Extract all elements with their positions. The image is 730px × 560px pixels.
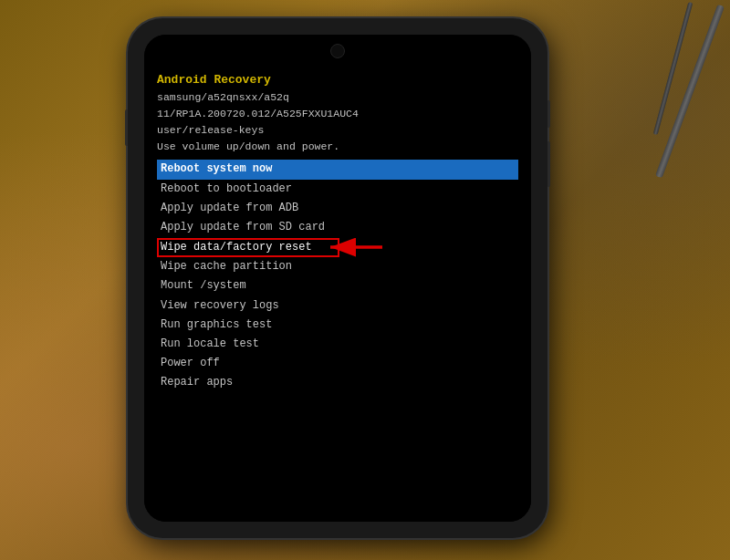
menu-item-wipe-factory[interactable]: Wipe data/factory reset — [157, 238, 316, 257]
menu-item-run-graphics[interactable]: Run graphics test — [157, 316, 518, 335]
recovery-menu: Reboot system now Reboot to bootloader A… — [157, 160, 518, 392]
front-camera-icon — [330, 44, 345, 58]
menu-item-apply-adb[interactable]: Apply update from ADB — [157, 199, 518, 218]
phone-screen: Android Recovery samsung/a52qnsxx/a52q 1… — [144, 35, 531, 522]
menu-item-repair-apps[interactable]: Repair apps — [157, 373, 518, 392]
recovery-title: Android Recovery — [157, 71, 518, 89]
red-arrow-icon — [323, 237, 387, 257]
recovery-screen: Android Recovery samsung/a52qnsxx/a52q 1… — [144, 35, 531, 522]
menu-item-reboot-system[interactable]: Reboot system now — [157, 160, 518, 179]
phone-device: Android Recovery samsung/a52qnsxx/a52q 1… — [128, 18, 548, 538]
menu-item-reboot-bootloader[interactable]: Reboot to bootloader — [157, 180, 518, 199]
menu-item-view-recovery[interactable]: View recovery logs — [157, 296, 518, 316]
volume-down-button — [548, 141, 550, 187]
recovery-header: Android Recovery samsung/a52qnsxx/a52q 1… — [157, 71, 518, 154]
recovery-line1: samsung/a52qnsxx/a52q — [157, 89, 518, 106]
volume-button — [125, 109, 128, 146]
menu-item-run-locale[interactable]: Run locale test — [157, 335, 518, 354]
menu-item-apply-sd[interactable]: Apply update from SD card — [157, 218, 518, 237]
recovery-line2: 11/RP1A.200720.012/A525FXXU1AUC4 — [157, 106, 518, 122]
menu-item-wipe-cache[interactable]: Wipe cache partition — [157, 257, 518, 276]
power-button — [548, 100, 550, 128]
wipe-data-row[interactable]: Wipe data/factory reset — [157, 237, 518, 257]
recovery-line4: Use volume up/down and power. — [157, 139, 518, 155]
recovery-line3: user/release-keys — [157, 122, 518, 139]
menu-item-power-off[interactable]: Power off — [157, 354, 518, 373]
menu-item-mount-system[interactable]: Mount /system — [157, 276, 518, 296]
